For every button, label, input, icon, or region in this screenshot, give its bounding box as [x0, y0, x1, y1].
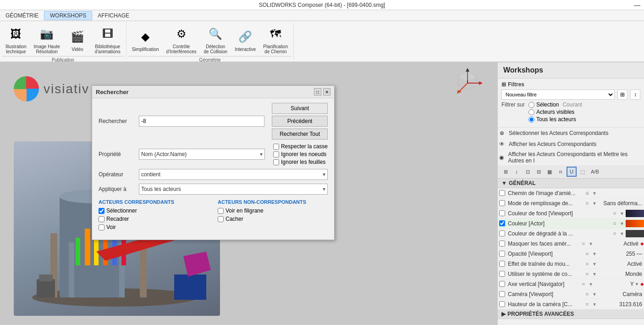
cb-fond[interactable]	[499, 210, 505, 216]
action-afficher-label: Afficher les Acteurs Correspondants	[509, 141, 596, 147]
cb-hauteur[interactable]	[499, 301, 505, 307]
icon-btn-grid[interactable]: ⊞	[501, 167, 511, 177]
cb-opacite[interactable]	[499, 251, 505, 257]
actor-voir-filigrane-label: Voir en filigrane	[226, 207, 264, 214]
dialog-operateur-row: Opérateur contient ▾	[99, 169, 328, 180]
icon-btn-ab[interactable]: A/B	[589, 167, 601, 177]
cb-degrade[interactable]	[499, 230, 505, 236]
actor-voir-filigrane-checkbox[interactable]	[218, 208, 224, 214]
propriete-dropdown[interactable]: Nom (Actor.Name) ▾	[139, 149, 265, 160]
color-box-actor	[626, 220, 644, 227]
cb-axe[interactable]	[499, 281, 505, 287]
actor-selectionner-row: Sélectionner	[99, 207, 209, 214]
cb-camera[interactable]	[499, 291, 505, 297]
prop-color-actor[interactable]	[626, 220, 644, 227]
action-afficher[interactable]: 👁 Afficher les Acteurs Correspondants	[498, 139, 644, 150]
actors-section: ACTEURS CORRESPONDANTS Sélectionner Reca…	[99, 199, 328, 232]
actor-selectionner-checkbox[interactable]	[99, 208, 105, 214]
toolbar-planification[interactable]: 🗺 Planificationde Chemin	[259, 23, 292, 56]
radio-tous-acteurs-input[interactable]	[528, 117, 534, 123]
cb-chemin[interactable]	[499, 190, 505, 196]
nouveau-filtre-select[interactable]: Nouveau filtre	[501, 90, 615, 100]
icon-btn-sort[interactable]: ↕	[512, 167, 522, 177]
toolbar-illustration[interactable]: 🖼 Illustrationtechnique	[2, 23, 30, 56]
minimize-btn[interactable]: —	[634, 1, 640, 9]
toolbar: 🖼 Illustrationtechnique 📷 Image HauteRés…	[0, 21, 644, 62]
cb-systeme[interactable]	[499, 271, 505, 277]
toolbar-image-haute[interactable]: 📷 Image HauteRésolution	[30, 23, 64, 56]
rechercher-input[interactable]	[139, 116, 264, 127]
toolbar-bibliotheque[interactable]: 🎞 Bibliothèqued'animations	[91, 23, 124, 56]
triangle-icon: ▼	[501, 180, 507, 186]
prop-name-axe: Axe vertical [Navigator]	[506, 281, 580, 287]
properties-list: Chemin de l'image d'amié... ≡ ▾ Mode de …	[498, 188, 644, 309]
controle-icon: ⚙	[172, 25, 191, 43]
prop-value-mode: Sans déforma...	[598, 200, 644, 207]
checkbox-ignorer-feuilles-input[interactable]	[273, 159, 279, 165]
checkbox-ignorer-noeuds-input[interactable]	[273, 151, 279, 157]
dialog-body: Rechercher Suivant Précédent Rechercher …	[92, 98, 334, 240]
interactive-icon: 🔗	[236, 28, 254, 46]
prop-value-masquer: Activé	[594, 241, 640, 247]
svg-marker-26	[458, 72, 477, 81]
dialog-close-btn[interactable]: ✕	[323, 88, 330, 95]
video-label: Vidéo	[72, 47, 83, 52]
prop-axe-vertical: Axe vertical [Navigator] = ▾ Y + ◆	[498, 279, 644, 289]
cb-trainee[interactable]	[499, 261, 505, 267]
radio-selection-input[interactable]	[528, 102, 534, 108]
filter-btn-2[interactable]: ↕	[630, 90, 640, 100]
icon-btn-select[interactable]: ⊡	[523, 167, 533, 177]
icon-btn-u[interactable]: U	[567, 167, 577, 177]
prop-name-chemin: Chemin de l'image d'amié...	[506, 190, 583, 196]
image-haute-label: Image HauteRésolution	[34, 44, 60, 54]
prop-name-fond: Couleur de fond [Viewport]	[506, 210, 611, 217]
action-selectionner[interactable]: ⊕ Sélectionner les Acteurs Correspondant…	[498, 128, 644, 139]
toolbar-interactive[interactable]: 🔗 Interactive	[231, 26, 259, 54]
icon-btn-frame[interactable]: ⬚	[578, 167, 588, 177]
actor-recadrer-checkbox[interactable]	[99, 216, 105, 222]
menu-workshops[interactable]: WORKSHOPS	[44, 11, 92, 20]
menu-affichage[interactable]: AFFICHAGE	[92, 11, 135, 20]
actor-cacher-row: Cacher	[218, 216, 328, 222]
action-afficher-mettre[interactable]: ◉ Afficher les Acteurs Correspondants et…	[498, 150, 644, 165]
checkbox-respecter-input[interactable]	[273, 144, 279, 150]
cb-mode[interactable]	[499, 200, 505, 206]
toolbar-items-geometrie: ◆ Simplification ⚙ Contrôled'Interférenc…	[128, 23, 292, 56]
detection-label: Détectionde Collision	[204, 44, 227, 54]
prop-color-fond[interactable]	[626, 210, 644, 217]
toolbar-simplification[interactable]: ◆ Simplification	[128, 26, 163, 54]
dialog-buttons-column: Suivant Précédent Rechercher Tout	[272, 103, 328, 140]
operateur-dropdown[interactable]: contient ▾	[139, 169, 328, 180]
general-section-title: ▼ GÉNÉRAL	[498, 179, 644, 188]
suivant-button[interactable]: Suivant	[272, 103, 328, 114]
toolbar-video[interactable]: 🎬 Vidéo	[64, 26, 91, 54]
simplification-label: Simplification	[132, 47, 159, 52]
toolbar-detection[interactable]: 🔍 Détectionde Collision	[200, 23, 231, 56]
cb-masquer[interactable]	[499, 241, 505, 247]
prop-value-axe: Y +	[594, 281, 640, 287]
dialog-minimize-btn[interactable]: □	[314, 88, 321, 95]
color-box-fond	[626, 210, 644, 217]
prop-effet-trainee: Effet de traînée du mou... = ▾ Activé	[498, 259, 644, 269]
rechercher-tout-button[interactable]: Rechercher Tout	[272, 129, 328, 140]
simplification-icon: ◆	[136, 28, 154, 46]
filter-btn-1[interactable]: ⊞	[617, 90, 627, 100]
appliquer-dropdown[interactable]: Tous les acteurs ▾	[139, 184, 328, 195]
cb-actor[interactable]	[499, 220, 505, 226]
prop-chemin-image: Chemin de l'image d'amié... ≡ ▾	[498, 188, 644, 198]
nav-cube-svg	[451, 67, 484, 99]
icon-btn-n[interactable]: n	[556, 167, 566, 177]
geometrie-section-label: Géométrie	[128, 56, 292, 62]
prop-name-trainee: Effet de traînée du mou...	[506, 261, 583, 267]
menu-geometrie[interactable]: GÉOMÉTRIE	[0, 11, 44, 20]
filtres-section: ⊞ Filtres Nouveau filtre ⊞ ↕ Filtrer sur…	[498, 78, 644, 128]
toolbar-controle[interactable]: ⚙ Contrôled'Interférences	[163, 23, 200, 56]
prop-color-degrade[interactable]	[626, 230, 644, 237]
radio-acteurs-visibles-input[interactable]	[528, 109, 534, 115]
appliquer-value: Tous les acteurs	[141, 186, 181, 192]
actor-cacher-checkbox[interactable]	[218, 216, 224, 222]
icon-btn-minus[interactable]: ⊟	[534, 167, 544, 177]
icon-btn-table[interactable]: ▦	[545, 167, 555, 177]
precedent-button[interactable]: Précédent	[272, 116, 328, 127]
actor-voir-checkbox[interactable]	[99, 224, 105, 230]
